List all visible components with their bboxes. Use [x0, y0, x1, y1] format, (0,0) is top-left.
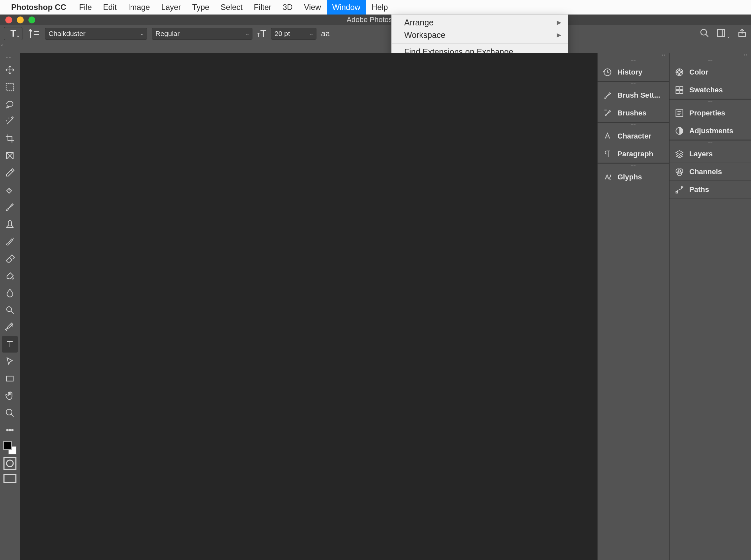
panel-tab-channels[interactable]: Channels [670, 163, 751, 181]
svg-point-18 [679, 73, 680, 75]
grip-icon[interactable]: ┅┅ [597, 123, 669, 127]
toolbar-collapse-handle[interactable] [0, 42, 6, 52]
eyedropper-tool[interactable] [2, 164, 18, 181]
move-tool[interactable] [2, 62, 18, 78]
lasso-tool[interactable] [2, 96, 18, 113]
type-tool[interactable] [2, 336, 18, 353]
share-icon[interactable] [737, 28, 747, 39]
paint-bucket-tool[interactable] [2, 267, 18, 284]
panel-tab-swatches[interactable]: Swatches [670, 81, 751, 99]
dodge-tool[interactable] [2, 302, 18, 318]
history-brush-tool[interactable] [2, 233, 18, 249]
menu-edit[interactable]: Edit [97, 0, 122, 15]
panel-tab-brush-sett-[interactable]: Brush Sett... [597, 86, 669, 104]
grip-icon[interactable]: ┅┅ [597, 164, 669, 168]
grip-icon[interactable]: ┅┅ [6, 55, 14, 59]
panel-tab-color[interactable]: Color [670, 63, 751, 81]
crop-tool[interactable] [2, 130, 18, 147]
panel-tab-adjustments[interactable]: Adjustments [670, 122, 751, 140]
history-icon [603, 67, 612, 77]
grip-icon[interactable]: ┅┅ [597, 82, 669, 86]
zoom-tool[interactable] [2, 405, 18, 421]
menu-select[interactable]: Select [215, 0, 248, 15]
more-tool[interactable] [2, 422, 18, 438]
font-weight-select[interactable]: Regular ⌄ [152, 28, 252, 40]
minimize-icon[interactable] [17, 17, 24, 23]
svg-point-17 [681, 71, 683, 73]
menuitem-workspace[interactable]: Workspace▶ [392, 29, 568, 41]
panel-label: Swatches [689, 86, 723, 94]
magic-wand-tool[interactable] [2, 113, 18, 129]
layers-icon [675, 149, 684, 159]
menu-help[interactable]: Help [366, 0, 393, 15]
svg-rect-23 [680, 91, 683, 93]
menu-3d[interactable]: 3D [277, 0, 299, 15]
close-icon[interactable] [5, 17, 12, 23]
workspace-switcher[interactable]: ⌄ [716, 28, 731, 39]
antialias-select[interactable]: aa [321, 29, 330, 38]
grip-icon[interactable]: ┅┅ [670, 59, 751, 63]
path-select-tool[interactable] [2, 353, 18, 370]
document-canvas[interactable] [20, 53, 597, 560]
color-swatches[interactable] [3, 441, 17, 455]
hand-tool[interactable] [2, 387, 18, 404]
menuitem-label: Arrange [404, 18, 434, 27]
pen-tool[interactable] [2, 319, 18, 335]
brushes-icon [603, 108, 612, 118]
panel-tab-history[interactable]: History [597, 63, 669, 81]
font-size-select[interactable]: 20 pt ⌄ [271, 28, 316, 40]
quick-mask-button[interactable] [2, 457, 18, 470]
panel-label: Paths [689, 185, 709, 194]
menu-filter[interactable]: Filter [248, 0, 277, 15]
menu-layer[interactable]: Layer [155, 0, 186, 15]
traffic-lights [5, 17, 35, 23]
panel-tab-paragraph[interactable]: Paragraph [597, 145, 669, 163]
collapse-handle[interactable]: ‹‹ [597, 53, 669, 59]
foreground-swatch[interactable] [3, 441, 12, 450]
svg-point-7 [6, 409, 12, 415]
menu-window[interactable]: Window [327, 0, 366, 15]
panel-tab-glyphs[interactable]: Glyphs [597, 168, 669, 186]
text-orientation-button[interactable] [27, 27, 40, 40]
svg-rect-20 [676, 86, 679, 89]
grip-icon[interactable]: ┅┅ [670, 100, 751, 104]
healing-tool[interactable] [2, 182, 18, 198]
frame-tool[interactable] [2, 147, 18, 164]
channels-icon [675, 167, 684, 177]
search-icon[interactable] [699, 28, 709, 39]
app-name[interactable]: Photoshop CC [11, 3, 66, 12]
rect-marquee-tool[interactable] [2, 79, 18, 95]
svg-point-16 [679, 69, 680, 71]
panel-tab-paths[interactable]: Paths [670, 181, 751, 199]
menu-view[interactable]: View [298, 0, 327, 15]
mac-menubar: Photoshop CC FileEditImageLayerTypeSelec… [0, 0, 751, 15]
clone-stamp-tool[interactable] [2, 216, 18, 233]
tool-preset-picker[interactable]: T ⌄ [4, 27, 22, 40]
eraser-tool[interactable] [2, 250, 18, 267]
screen-mode-button[interactable] [2, 472, 18, 486]
menu-file[interactable]: File [74, 0, 98, 15]
panel-tab-character[interactable]: Character [597, 127, 669, 145]
menu-image[interactable]: Image [122, 0, 156, 15]
grip-icon[interactable]: ┅┅ [597, 59, 669, 63]
tools-panel: ┅┅ [0, 53, 20, 489]
properties-icon [675, 108, 684, 118]
collapse-handle[interactable]: ‹‹ [670, 53, 751, 59]
svg-point-9 [9, 429, 11, 431]
menu-type[interactable]: Type [186, 0, 215, 15]
antialias-label: aa [321, 29, 330, 38]
panel-tab-properties[interactable]: Properties [670, 104, 751, 122]
font-family-select[interactable]: Chalkduster ⌄ [45, 28, 147, 40]
svg-point-5 [6, 307, 12, 312]
maximize-icon[interactable] [28, 17, 35, 23]
menuitem-arrange[interactable]: Arrange▶ [392, 16, 568, 29]
grip-icon[interactable]: ┅┅ [670, 140, 751, 145]
color-icon [675, 67, 684, 77]
brush-tool[interactable] [2, 199, 18, 215]
panel-tab-brushes[interactable]: Brushes [597, 104, 669, 122]
panel-label: Adjustments [689, 127, 733, 135]
panel-tab-layers[interactable]: Layers [670, 145, 751, 163]
rectangle-tool[interactable] [2, 371, 18, 387]
brush-sett--icon [603, 91, 612, 100]
blur-tool[interactable] [2, 285, 18, 301]
